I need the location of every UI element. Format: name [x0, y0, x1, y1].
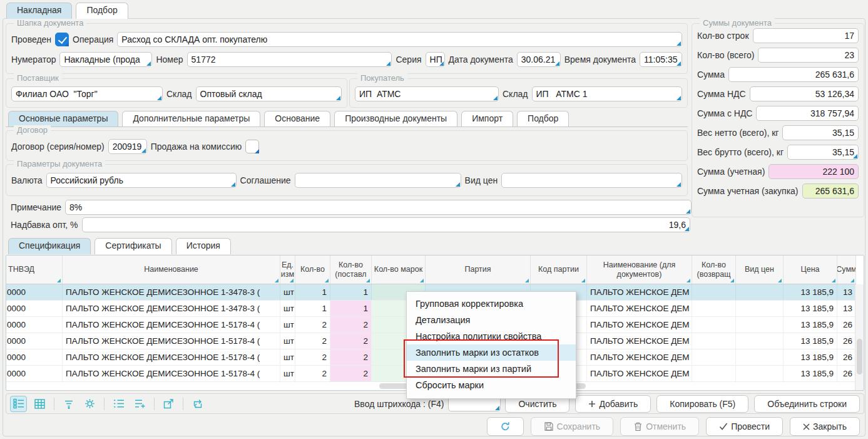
column-header[interactable]: Кол-во (возвращ	[692, 256, 736, 284]
numerator-field[interactable]: Накладные (прода	[59, 52, 152, 67]
table-cell: шт	[280, 317, 295, 333]
table-cell: 1	[295, 284, 330, 300]
buyer-warehouse-field[interactable]: ИП АТМС 1	[532, 86, 682, 101]
sums-value-field[interactable]: 318 757,94	[756, 106, 859, 121]
context-menu-item[interactable]: Групповая корректировка	[407, 296, 576, 312]
doc-time-field[interactable]: 11:05:35	[640, 52, 682, 67]
column-header[interactable]: ТНВЭД	[6, 256, 63, 284]
column-header[interactable]: Цена	[784, 256, 837, 284]
copy-button[interactable]: Копировать (F5)	[656, 395, 748, 413]
sums-row: Сумма учетная (закупка)265 631,6	[697, 183, 859, 199]
buyer-field[interactable]: ИП АТМС	[355, 86, 499, 101]
column-header[interactable]: Сумм	[837, 256, 856, 284]
context-menu-item[interactable]: Заполнить марки из остатков	[407, 344, 576, 361]
supplier-group: Поставщик Филиал ОАО "Торг" Склад Оптовы…	[6, 78, 347, 108]
sums-value-field[interactable]: 265 631,6	[728, 67, 859, 82]
param-tab-2[interactable]: Дополнительные параметры	[122, 111, 260, 127]
note-field[interactable]: 8%	[65, 200, 692, 215]
number-label: Номер	[156, 54, 183, 65]
contract-number-field[interactable]: 200919	[108, 139, 147, 154]
param-tab-3[interactable]: Основание	[264, 111, 330, 127]
sums-row: Сумма НДС53 126,34	[697, 86, 859, 101]
add-button[interactable]: Добавить	[575, 395, 651, 413]
sums-value-field[interactable]: 35,15	[787, 145, 859, 160]
context-menu-item[interactable]: Заполнить марки из партий	[407, 361, 576, 377]
column-header[interactable]: Кол-во (поставл	[330, 256, 372, 284]
sums-row: Кол-во строк17	[697, 28, 859, 43]
group-title: Поставщик	[14, 73, 62, 83]
sums-row: Сумма с НДС318 757,94	[697, 106, 859, 121]
column-header[interactable]: Ед. изм	[280, 256, 295, 284]
refresh-button[interactable]	[487, 417, 524, 436]
column-header[interactable]: Код партии	[531, 256, 587, 284]
sums-value-field[interactable]: 17	[753, 28, 859, 43]
column-header[interactable]: Партия	[426, 256, 531, 284]
scrollbar-thumb[interactable]	[857, 339, 862, 374]
supplier-field[interactable]: Филиал ОАО "Торг"	[11, 86, 163, 101]
column-header[interactable]: Наименование (для документов)	[587, 256, 692, 284]
table-cell: 13 185,9	[784, 349, 837, 365]
table-cell: шт	[280, 301, 295, 316]
currency-field[interactable]: Российский рубль	[46, 173, 237, 188]
add-row-icon[interactable]	[131, 396, 148, 412]
param-tab-4[interactable]: Производные документы	[334, 111, 457, 127]
context-menu-item[interactable]: Настройка политики свойства	[407, 328, 576, 344]
doc-date-field[interactable]: 30.06.21	[517, 52, 561, 67]
specification-tabs: СпецификацияСертификатыИстория	[8, 238, 231, 254]
context-menu-item[interactable]: Сбросить марки	[407, 377, 576, 393]
column-header[interactable]: Кол-во	[295, 256, 330, 284]
filter-icon[interactable]	[60, 396, 77, 412]
table-cell: 1	[295, 301, 330, 316]
save-button[interactable]: Сохранить	[531, 417, 614, 436]
trash-icon	[633, 421, 643, 431]
grid-icon[interactable]	[31, 396, 48, 412]
operation-field[interactable]: Расход со СКЛАДА опт. покупателю	[117, 32, 682, 47]
markup-field[interactable]: 19,6	[82, 217, 690, 232]
spec-tab-2[interactable]: Сертификаты	[94, 238, 171, 254]
doc-time-label: Время документа	[564, 54, 636, 65]
context-menu-item[interactable]: Детализация	[407, 312, 576, 328]
param-tab-6[interactable]: Подбор	[517, 111, 569, 127]
window-tab-1[interactable]: Накладная	[6, 3, 72, 19]
merge-rows-button[interactable]: Объединить строки	[754, 395, 860, 413]
spec-tab-1[interactable]: Спецификация	[8, 238, 91, 254]
column-header[interactable]: Наименование	[63, 256, 280, 284]
gear-icon[interactable]	[81, 396, 98, 412]
column-header[interactable]: Кол-во марок	[372, 256, 426, 284]
sums-value-field[interactable]: 53 126,34	[750, 86, 859, 101]
sums-value-field[interactable]: 265 631,6	[802, 183, 859, 199]
post-button[interactable]: Провести	[706, 417, 783, 436]
spec-tab-3[interactable]: История	[176, 238, 231, 254]
param-tab-5[interactable]: Импорт	[461, 111, 513, 127]
window-tab-2[interactable]: Подбор	[76, 3, 128, 19]
sums-value-field[interactable]: 23	[758, 48, 859, 63]
sums-label: Вес нетто (всего), кг	[697, 128, 779, 138]
sums-value-field[interactable]: 35,15	[782, 125, 859, 140]
repeat-icon[interactable]	[189, 396, 206, 412]
numbered-list-icon[interactable]	[110, 396, 127, 412]
proveden-label: Проведен	[11, 34, 51, 44]
supplier-warehouse-field[interactable]: Оптовый склад	[196, 86, 342, 101]
proveden-checkbox[interactable]	[55, 33, 69, 46]
column-header[interactable]: Вид цен	[736, 256, 784, 284]
external-link-icon[interactable]	[160, 396, 177, 412]
agreement-field[interactable]	[295, 173, 461, 188]
table-cell: 13	[837, 301, 856, 316]
table-cell: ПАЛЬТО ЖЕНСКОЕ ДЕМ	[587, 284, 692, 300]
series-field[interactable]: НП	[426, 52, 445, 67]
document-sums-group: Суммы документа Кол-во строк17Кол-во (вс…	[692, 23, 864, 217]
number-field[interactable]: 51772	[187, 52, 392, 67]
series-label: Серия	[396, 54, 421, 65]
vertical-scrollbar[interactable]	[855, 284, 864, 390]
table-cell: 0000	[6, 317, 63, 333]
cancel-button[interactable]: Отменить	[620, 417, 699, 436]
price-type-field[interactable]	[501, 173, 682, 188]
tabs-underline	[6, 127, 688, 127]
list-view-icon[interactable]	[10, 396, 27, 412]
table-cell: 2	[295, 317, 330, 333]
commission-checkbox[interactable]	[245, 140, 259, 153]
toolbar-separator	[54, 398, 54, 410]
agreement-label: Соглашение	[240, 175, 291, 185]
close-button[interactable]: Закрыть	[790, 417, 860, 436]
sums-value-field[interactable]: 222 100	[768, 164, 859, 179]
